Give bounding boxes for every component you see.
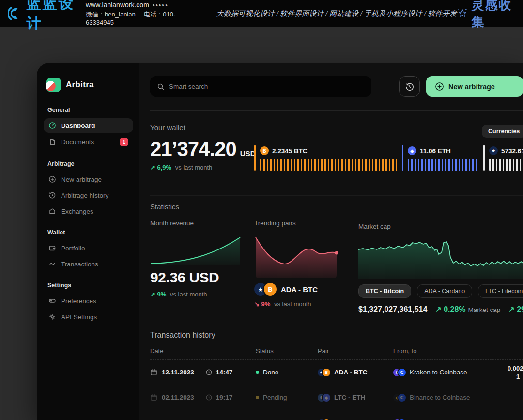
transaction-history-section: Transaction history Date Status Pair Fro… <box>150 325 523 420</box>
topbar: New arbitrage <box>150 76 523 97</box>
ada-icon: ★ <box>489 146 498 155</box>
market-cap-card: Market cap 1D 7D 1M <box>358 219 523 314</box>
market-cap-pills: BTC - Bitcoin ADA - Cardano LTC - Liteco… <box>358 284 523 298</box>
inspiration-brand-text: 灵感收集 <box>472 0 515 31</box>
statistics-title: Statistics <box>150 202 523 211</box>
status-dot-pending <box>256 396 259 399</box>
search-input[interactable] <box>169 83 365 90</box>
pair-icons: ★B <box>318 369 330 376</box>
clock-icon <box>205 394 213 401</box>
holding-eth: ◆ 11.06 ETH <box>402 145 478 171</box>
exchange-icons: ≋C <box>393 369 406 376</box>
calendar-icon <box>150 394 157 401</box>
market-cap-chart <box>358 236 523 279</box>
inspiration-brand: 灵感收集 <box>457 0 515 31</box>
banner-url[interactable]: www.lanlanwork.com <box>86 1 149 9</box>
pill-btc-bitcoin[interactable]: BTC - Bitcoin <box>358 284 411 298</box>
eth-bars <box>408 159 478 171</box>
document-icon <box>48 138 56 146</box>
table-row[interactable]: 12.11.2023 14:47 Done ★B ADA - BTC ≋C Kr… <box>150 360 523 385</box>
sidebar-item-transactions[interactable]: Transactions <box>44 257 133 271</box>
pill-ada-cardano[interactable]: ADA - Cardano <box>417 284 472 298</box>
nav-section-arbitrage: Arbitrage <box>47 160 130 167</box>
lanlan-logo-icon <box>8 4 23 23</box>
wallet-change: ↗ 6,9% <box>150 164 171 171</box>
dashboard-window: Arbitra General Dashboard Documents 1 Ar… <box>37 63 523 420</box>
eth-icon: ◆ <box>408 146 416 155</box>
banner-wechat: 微信：ben_lanlan <box>86 11 136 18</box>
wallet-balance: 21’374.20 <box>150 138 236 161</box>
sidebar-item-api-settings[interactable]: API Settings <box>44 310 133 324</box>
nav-section-general: General <box>47 107 130 113</box>
market-cap-value: $1,327,027,361,514 <box>358 305 427 314</box>
month-revenue-value: 92.36 USD <box>150 269 247 286</box>
wallet-tabs: Currencies Exchanges <box>482 125 523 138</box>
app-logo: Arbitra <box>46 78 130 92</box>
banner-arrows: ▸▸▸▸▸ <box>153 2 169 7</box>
transactions-icon <box>48 260 56 268</box>
history-icon <box>48 191 56 199</box>
month-revenue-card: Month revenue 92.36 USD ↗ 9% vs last mon… <box>150 219 247 314</box>
sidebar-item-portfolio[interactable]: Portfolio <box>44 241 133 255</box>
trending-pairs-chart <box>254 233 345 278</box>
plus-circle-icon <box>48 175 56 183</box>
toggle-icon <box>48 297 56 305</box>
star-icon <box>457 6 468 21</box>
holding-ada: ★ 5732.61 ADA <box>483 145 523 171</box>
table-row[interactable]: 02.11.2023 19:17 Pending Ł◆ LTC - ETH ◆C… <box>150 385 523 410</box>
banner-contact: www.lanlanwork.com ▸▸▸▸▸ 微信：ben_lanlan 电… <box>86 1 187 26</box>
table-row[interactable]: 29.10.2023 04:23 Done ★B ADA - BTC ≋C Kr… <box>150 410 523 420</box>
sidebar-item-new-arbitrage[interactable]: New arbitrage <box>44 172 133 187</box>
pill-ltc-litecoin[interactable]: LTC - Litecoin <box>478 284 523 298</box>
calendar-icon <box>150 369 157 376</box>
market-cap-stats: $1,327,027,361,514 ↗ 0.28%Market cap ↗ 2… <box>358 305 523 314</box>
search-box[interactable] <box>150 76 371 97</box>
history-button[interactable] <box>399 76 420 97</box>
tab-currencies[interactable]: Currencies <box>482 125 523 138</box>
exchange-icon <box>48 207 56 215</box>
search-icon <box>157 83 165 91</box>
clock-icon <box>205 369 213 376</box>
btc-icon: B <box>260 146 269 155</box>
wallet-title: Your wallet <box>150 124 523 132</box>
trending-pairs-card: Trending pairs ★ B AD <box>254 219 351 314</box>
main-content: New arbitrage Your wallet 21’374.20 USD … <box>139 63 523 420</box>
nav-section-wallet: Wallet <box>47 229 130 236</box>
documents-badge: 1 <box>120 138 128 146</box>
banner-services: 大数据可视化设计 / 软件界面设计 / 网站建设 / 手机及小程序设计 / 软件… <box>216 9 457 18</box>
sidebar: Arbitra General Dashboard Documents 1 Ar… <box>37 63 139 420</box>
pair-icons: ★ B <box>254 283 277 296</box>
arbitra-logo-icon <box>46 78 61 92</box>
topbar-divider <box>385 76 385 98</box>
pair-icons: Ł◆ <box>318 394 330 402</box>
statistics-section: Statistics Month revenue 92.36 USD ↗ 9% <box>150 196 523 314</box>
sidebar-item-exchanges[interactable]: Exchanges <box>44 204 133 218</box>
status-dot-done <box>256 371 259 374</box>
holding-btc: B 2.2345 BTC <box>254 145 397 171</box>
trending-pair-name: ADA - BTC <box>281 285 318 294</box>
dashboard-icon <box>48 122 56 129</box>
wallet-holdings: B 2.2345 BTC ◆ 11.06 ETH ★ 5732.61 ADA <box>254 145 523 171</box>
sidebar-item-arbitrage-history[interactable]: Arbitrage history <box>44 188 133 202</box>
history-icon <box>405 82 415 92</box>
sidebar-item-dashboard[interactable]: Dashboard <box>44 118 133 133</box>
transactions-title: Transaction history <box>150 331 523 340</box>
ada-bars <box>489 159 523 171</box>
exchange-icons: ◆C <box>393 394 406 402</box>
lanlan-logo: 蓝蓝设计 <box>8 0 78 33</box>
promo-banner: 蓝蓝设计 www.lanlanwork.com ▸▸▸▸▸ 微信：ben_lan… <box>0 0 523 27</box>
month-revenue-chart <box>150 233 241 265</box>
btc-icon: B <box>323 369 330 376</box>
coinbase-icon: C <box>398 394 406 402</box>
lanlan-logo-text: 蓝蓝设计 <box>27 0 78 33</box>
app-name: Arbitra <box>66 80 94 90</box>
transaction-amount: 0.002 1 <box>508 364 523 381</box>
btc-bars <box>260 159 397 171</box>
new-arbitrage-button[interactable]: New arbitrage <box>426 76 523 97</box>
sidebar-item-documents[interactable]: Documents 1 <box>44 134 133 150</box>
wallet-icon <box>48 244 56 252</box>
sidebar-item-preferences[interactable]: Preferences <box>44 294 133 308</box>
wallet-section: Your wallet 21’374.20 USD ↗ 6,9% vs last… <box>150 111 523 182</box>
transactions-header: Date Status Pair From, to <box>150 347 523 360</box>
wrench-icon <box>48 313 56 321</box>
